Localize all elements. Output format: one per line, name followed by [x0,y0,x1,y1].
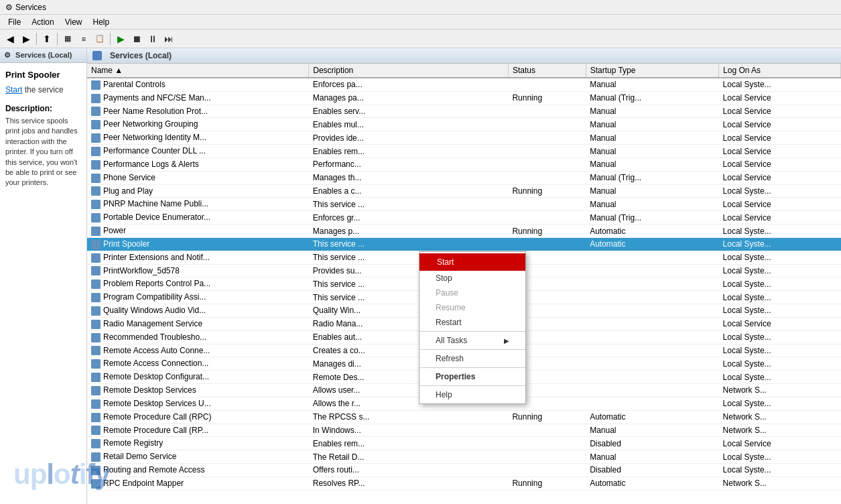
context-menu-separator [419,367,525,368]
context-menu-item-all-tasks[interactable]: All Tasks▶ [419,333,525,348]
table-row[interactable]: Portable Device Enumerator...Enforces gr… [87,211,841,225]
table-row[interactable]: Remote Procedure Call (RP...In Windows..… [87,424,841,437]
start-service-button[interactable]: ▶ [113,32,128,46]
right-panel-header: Services (Local) [87,48,841,64]
description-text: This service spools print jobs and handl… [5,116,81,188]
menu-item-file[interactable]: File [3,16,26,28]
submenu-arrow-icon: ▶ [504,337,509,344]
table-row[interactable]: Peer Name Resolution Prot...Enables serv… [87,105,841,118]
service-icon [91,266,101,275]
table-row[interactable]: Performance Logs & AlertsPerformanc...Ma… [87,158,841,171]
context-menu-item-help[interactable]: Help [419,387,525,402]
service-icon [91,320,101,329]
service-icon [91,333,101,342]
context-menu: StartStopPauseResumeRestartAll Tasks▶Ref… [419,251,526,404]
service-icon [91,253,101,263]
col-startup[interactable]: Startup Type [586,64,718,78]
context-menu-item-refresh[interactable]: Refresh [419,351,525,366]
service-icon [91,240,101,249]
toolbar: ◀ ▶ ⬆ ▦ ≡ 📋 ▶ ⏹ ⏸ ⏭ [0,29,841,48]
show-hide-button[interactable]: ▦ [60,32,75,46]
service-icon [91,439,101,448]
list-button[interactable]: ≡ [76,32,91,46]
service-icon [91,466,101,475]
context-menu-item-resume[interactable]: Resume [419,300,525,315]
pause-service-button[interactable]: ⏸ [145,32,160,46]
left-panel-header: ⚙ Services (Local) [0,48,86,63]
service-icon [91,227,101,236]
restart-service-button[interactable]: ⏭ [161,32,176,46]
service-icon [91,359,101,369]
col-logon[interactable]: Log On As [719,64,841,78]
service-icon [91,174,101,183]
table-row[interactable]: RPC Endpoint MapperResolves RP...Running… [87,477,841,490]
service-icon [91,373,101,382]
service-icon [91,413,101,422]
service-icon [91,346,101,355]
service-icon [91,147,101,156]
service-action-row: Start the service [5,85,81,94]
back-button[interactable]: ◀ [3,32,17,46]
menu-item-view[interactable]: View [60,16,88,28]
left-panel: ⚙ Services (Local) Print Spooler Start t… [0,48,87,504]
table-row[interactable]: Payments and NFC/SE Man...Manages pa...R… [87,91,841,105]
context-menu-item-properties[interactable]: Properties [419,369,525,384]
context-menu-item-start[interactable]: Start [419,253,525,271]
table-row[interactable]: PowerManages p...RunningAutomaticLocal S… [87,225,841,238]
service-icon [91,160,101,170]
up-button[interactable]: ⬆ [40,32,54,46]
service-icon [91,293,101,302]
table-row[interactable]: Peer Networking GroupingEnables mul...Ma… [87,118,841,131]
service-icon [91,386,101,395]
table-row[interactable]: Print SpoolerThis service ...AutomaticLo… [87,237,841,251]
left-panel-icon: ⚙ [4,51,11,59]
title-bar: ⚙ Services [0,0,841,15]
service-icon [91,399,101,409]
service-icon [91,279,101,289]
menu-item-action[interactable]: Action [26,16,59,28]
table-row[interactable]: Parental ControlsEnforces pa...ManualLoc… [87,78,841,91]
table-row[interactable]: Peer Networking Identity M...Provides id… [87,131,841,145]
col-description[interactable]: Description [309,64,509,78]
table-row[interactable]: Remote RegistryEnables rem...DisabledLoc… [87,437,841,450]
table-row[interactable]: Routing and Remote AccessOffers routi...… [87,464,841,477]
table-row[interactable]: Retail Demo ServiceThe Retail D...Manual… [87,450,841,464]
context-menu-item-stop[interactable]: Stop [419,271,525,286]
context-menu-separator [419,385,525,386]
menu-bar: FileActionViewHelp [0,15,841,29]
left-panel-title: Services (Local) [15,51,72,59]
table-row[interactable]: Plug and PlayEnables a c...RunningManual… [87,184,841,198]
service-icon [91,80,101,90]
service-icon [91,186,101,196]
selected-service-name: Print Spooler [5,70,81,80]
stop-service-button[interactable]: ⏹ [129,32,144,46]
properties-button[interactable]: 📋 [92,32,107,46]
context-menu-item-restart[interactable]: Restart [419,315,525,330]
service-icon [91,479,101,489]
service-icon [91,200,101,209]
table-row[interactable]: PNRP Machine Name Publi...This service .… [87,198,841,211]
service-icon [91,133,101,143]
table-row[interactable]: Phone ServiceManages th...Manual (Trig..… [87,171,841,184]
service-icon [91,426,101,435]
right-panel-title: Services (Local) [110,51,172,60]
forward-button[interactable]: ▶ [19,32,34,46]
context-menu-item-pause[interactable]: Pause [419,286,525,300]
col-status[interactable]: Status [508,64,586,78]
table-row[interactable]: Remote Procedure Call (RPC)The RPCSS s..… [87,410,841,424]
service-icon [91,107,101,116]
context-menu-separator [419,349,525,350]
start-link[interactable]: Start [5,85,22,94]
table-header-row: Name ▲ Description Status Startup Type L… [87,64,841,78]
service-icon [91,94,101,103]
title-icon: ⚙ [5,3,13,12]
action-suffix: the service [25,85,64,94]
col-name[interactable]: Name ▲ [87,64,309,78]
menu-item-help[interactable]: Help [88,16,115,28]
service-icon [91,306,101,316]
table-row[interactable]: Performance Counter DLL ...Enables rem..… [87,145,841,158]
left-panel-content: Print Spooler Start the service Descript… [0,63,86,504]
context-menu-separator [419,331,525,332]
service-icon [91,452,101,462]
description-label: Description: [5,104,81,113]
